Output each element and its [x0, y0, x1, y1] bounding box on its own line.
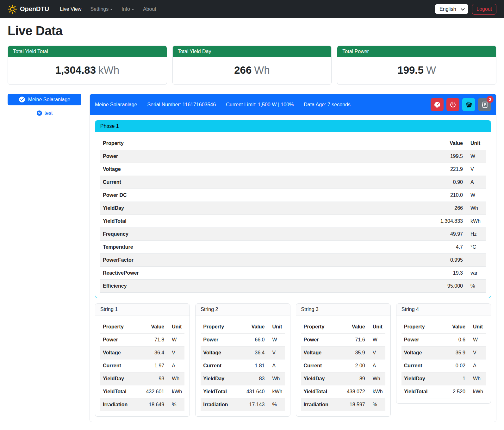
- property-cell: YieldTotal: [201, 385, 238, 398]
- value-cell: 0.6: [439, 333, 468, 346]
- value-cell: 1.81: [238, 359, 267, 372]
- string-table-body: Power66.0WVoltage36.4VCurrent1.81AYieldD…: [201, 333, 285, 411]
- string-card-body: Property Value Unit Power66.0WVoltage36.…: [196, 315, 290, 416]
- value-cell: 71.6: [339, 333, 368, 346]
- property-cell: YieldTotal: [401, 385, 439, 398]
- unit-cell: %: [267, 398, 285, 411]
- property-cell: YieldDay: [401, 372, 439, 385]
- table-row: Voltage35.9V: [301, 346, 385, 359]
- main-row: Meine Solaranlage test Meine Solaranlage…: [8, 94, 496, 430]
- nav-live-view[interactable]: Live View: [55, 4, 86, 15]
- string-table-head: Property Value Unit: [100, 321, 184, 333]
- power-button[interactable]: [446, 98, 459, 111]
- col-header-unit: Unit: [465, 137, 486, 150]
- property-cell: YieldTotal: [100, 215, 418, 228]
- journal-icon: [481, 101, 488, 108]
- unit-cell: V: [267, 346, 285, 359]
- nav-about[interactable]: About: [139, 4, 161, 15]
- summary-unit: Wh: [254, 64, 270, 76]
- value-cell: 1.97: [138, 359, 167, 372]
- unit-cell: W: [468, 333, 486, 346]
- device-info-button[interactable]: [462, 98, 475, 111]
- cpu-icon: [465, 101, 472, 108]
- summary-value: 1,304.83: [55, 64, 96, 76]
- brand-link[interactable]: OpenDTU: [8, 4, 49, 14]
- property-cell: Irradiation: [301, 398, 339, 411]
- summary-value: 266: [234, 64, 252, 76]
- table-row: Power71.8W: [100, 333, 184, 346]
- summary-card-title: Total Yield Day: [173, 46, 332, 57]
- speedometer-icon: [434, 101, 441, 108]
- unit-cell: A: [468, 359, 486, 372]
- value-cell: 36.4: [138, 346, 167, 359]
- table-row: Power199.5W: [100, 150, 486, 163]
- value-cell: 438.072: [339, 385, 368, 398]
- summary-unit: kWh: [98, 64, 119, 76]
- check-circle-icon: [19, 96, 25, 103]
- unit-cell: Wh: [465, 202, 486, 215]
- unit-cell: Wh: [368, 372, 385, 385]
- col-header-property: Property: [100, 137, 418, 150]
- language-select[interactable]: English: [435, 4, 468, 14]
- nav-settings-label: Settings: [90, 6, 109, 12]
- table-row: YieldDay93Wh: [100, 372, 184, 385]
- col-header-property: Property: [401, 321, 439, 333]
- summary-row: Total Yield Total 1,304.83kWh Total Yiel…: [8, 46, 496, 85]
- string-card-title: String 1: [95, 304, 190, 315]
- property-cell: Current: [100, 176, 418, 189]
- string-table-head: Property Value Unit: [201, 321, 285, 333]
- property-cell: Frequency: [100, 228, 418, 241]
- unit-cell: A: [167, 359, 184, 372]
- summary-card-total-power: Total Power 199.5W: [337, 46, 496, 85]
- unit-cell: [465, 254, 486, 267]
- property-cell: Voltage: [301, 346, 339, 359]
- col-header-value: Value: [439, 321, 468, 333]
- inverter-select-button[interactable]: Meine Solaranlage: [8, 94, 81, 105]
- unit-cell: kWh: [465, 215, 486, 228]
- inverter-serial: Serial Number: 116171603546: [147, 102, 216, 108]
- unit-cell: A: [368, 359, 385, 372]
- table-row: Current1.81A: [201, 359, 285, 372]
- property-cell: Voltage: [401, 346, 439, 359]
- table-row: YieldTotal431.640kWh: [201, 385, 285, 398]
- logout-button[interactable]: Logout: [472, 4, 496, 15]
- limit-settings-button[interactable]: [431, 98, 444, 111]
- table-row: Current0.90A: [100, 176, 486, 189]
- unit-cell: W: [167, 333, 184, 346]
- property-cell: Voltage: [201, 346, 238, 359]
- string-table: Property Value Unit Power66.0WVoltage36.…: [201, 321, 285, 411]
- unit-cell: V: [465, 163, 486, 176]
- string-table-body: Power71.6WVoltage35.9VCurrent2.00AYieldD…: [301, 333, 385, 411]
- table-row: Efficiency95.000%: [100, 280, 486, 293]
- event-log-button[interactable]: 2: [478, 98, 491, 111]
- unit-cell: W: [465, 150, 486, 163]
- table-row: Voltage36.4V: [100, 346, 184, 359]
- table-row: Voltage35.9V: [401, 346, 486, 359]
- unit-cell: var: [465, 267, 486, 280]
- value-cell: 4.7: [418, 241, 465, 254]
- header-row: Property Value Unit: [301, 321, 385, 333]
- nav-info-dropdown[interactable]: Info: [117, 4, 139, 15]
- phase-panel-title: Phase 1: [95, 121, 491, 132]
- string-card-2: String 2 Property Value Unit: [195, 303, 290, 417]
- inverter-list-item-test[interactable]: test: [8, 110, 81, 116]
- sun-logo-icon: [8, 4, 17, 14]
- property-cell: Current: [201, 359, 238, 372]
- string-card-body: Property Value Unit Power0.6WVoltage35.9…: [396, 315, 491, 403]
- value-cell: 95.000: [418, 280, 465, 293]
- string-table-body: Power0.6WVoltage35.9VCurrent0.02AYieldDa…: [401, 333, 486, 398]
- property-cell: Current: [301, 359, 339, 372]
- property-cell: Power: [201, 333, 238, 346]
- string-table-head: Property Value Unit: [301, 321, 385, 333]
- property-cell: Power: [301, 333, 339, 346]
- table-row: Current2.00A: [301, 359, 385, 372]
- table-row: YieldDay89Wh: [301, 372, 385, 385]
- col-header-unit: Unit: [368, 321, 385, 333]
- table-row: PowerFactor0.995: [100, 254, 486, 267]
- nav-settings-dropdown[interactable]: Settings: [86, 4, 117, 15]
- property-cell: Voltage: [100, 163, 418, 176]
- strings-row: String 1 Property Value Unit: [95, 303, 491, 417]
- unit-cell: °C: [465, 241, 486, 254]
- value-cell: 431.640: [238, 385, 267, 398]
- nav-links: Live View Settings Info About: [55, 4, 161, 15]
